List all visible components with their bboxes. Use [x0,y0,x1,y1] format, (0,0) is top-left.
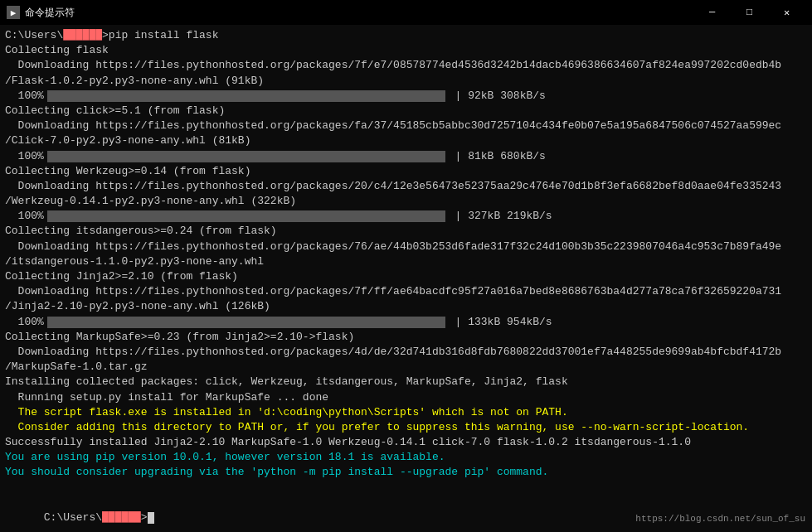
title-bar: ▶ 命令提示符 ─ □ ✕ [0,0,812,25]
terminal-line: Downloading https://files.pythonhosted.o… [5,58,807,73]
terminal-line: Collecting flask [5,43,807,58]
window: ▶ 命令提示符 ─ □ ✕ C:\Users\██████>pip instal… [0,0,812,532]
close-button[interactable]: ✕ [768,0,805,25]
terminal-line: Running setup.py install for MarkupSafe … [5,390,807,405]
terminal-line: /Flask-1.0.2-py2.py3-none-any.whl (91kB) [5,74,807,89]
progress-line: 100% | 327kB 219kB/s [5,209,807,224]
terminal-line: /Werkzeug-0.14.1-py2.py3-none-any.whl (3… [5,194,807,209]
terminal-body[interactable]: C:\Users\██████>pip install flask Collec… [0,25,812,532]
progress-line: 100% | 92kB 308kB/s [5,89,807,104]
terminal-line: /MarkupSafe-1.0.tar.gz [5,360,807,375]
minimize-button[interactable]: ─ [693,0,731,25]
terminal-line: /Click-7.0-py2.py3-none-any.whl (81kB) [5,133,807,148]
terminal-line-pipwarn1: You are using pip version 10.0.1, howeve… [5,450,807,465]
terminal-line-warning2: Consider adding this directory to PATH o… [5,420,807,435]
maximize-button[interactable]: □ [731,0,768,25]
terminal-line: Downloading https://files.pythonhosted.o… [5,239,807,254]
terminal-line: Downloading https://files.pythonhosted.o… [5,345,807,360]
terminal-line: Installing collected packages: click, We… [5,375,807,389]
terminal-line: Collecting Werkzeug>=0.14 (from flask) [5,164,807,179]
terminal-line: Collecting Jinja2>=2.10 (from flask) [5,269,807,284]
terminal-line-warning1: The script flask.exe is installed in 'd:… [5,405,807,420]
terminal-line: Collecting MarkupSafe>=0.23 (from Jinja2… [5,330,807,345]
terminal-line-pipwarn2: You should consider upgrading via the 'p… [5,465,807,480]
terminal-line: /itsdangerous-1.1.0-py2.py3-none-any.whl [5,254,807,269]
terminal-line: Collecting itsdangerous>=0.24 (from flas… [5,224,807,239]
terminal-line: Downloading https://files.pythonhosted.o… [5,284,807,299]
title-bar-text: 命令提示符 [25,6,693,20]
progress-line: 100% | 133kB 954kB/s [5,315,807,330]
terminal-line-empty [5,481,807,496]
app-icon: ▶ [7,6,20,19]
terminal-line: Collecting click>=5.1 (from flask) [5,104,807,118]
terminal-line: Downloading https://files.pythonhosted.o… [5,118,807,133]
progress-line: 100% | 81kB 680kB/s [5,149,807,164]
cursor [148,512,154,524]
terminal-line: Downloading https://files.pythonhosted.o… [5,179,807,194]
watermark: https://blog.csdn.net/sun_of_su [635,513,805,525]
terminal-line: Successfully installed Jinja2-2.10 Marku… [5,435,807,450]
terminal-line: C:\Users\██████>pip install flask [5,28,807,43]
window-controls: ─ □ ✕ [693,0,805,25]
terminal-line: /Jinja2-2.10-py2.py3-none-any.whl (126kB… [5,299,807,314]
